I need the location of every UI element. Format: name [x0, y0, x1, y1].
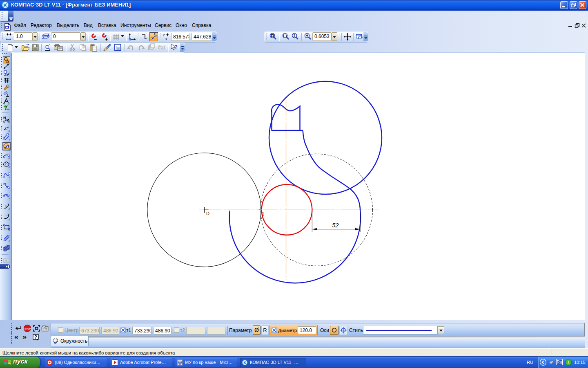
svg-text:?: ?: [34, 334, 37, 339]
svg-text:W: W: [178, 361, 182, 366]
svg-text:52: 52: [332, 222, 339, 229]
svg-text:STOP: STOP: [24, 328, 31, 330]
svg-text:Y: Y: [163, 33, 165, 37]
svg-text:?: ?: [174, 44, 178, 50]
svg-text:K: K: [244, 361, 247, 365]
svg-text:x: x: [165, 37, 167, 41]
svg-text:f(x): f(x): [158, 45, 165, 50]
svg-text:1: 1: [262, 211, 264, 216]
svg-text:D: D: [206, 211, 209, 216]
